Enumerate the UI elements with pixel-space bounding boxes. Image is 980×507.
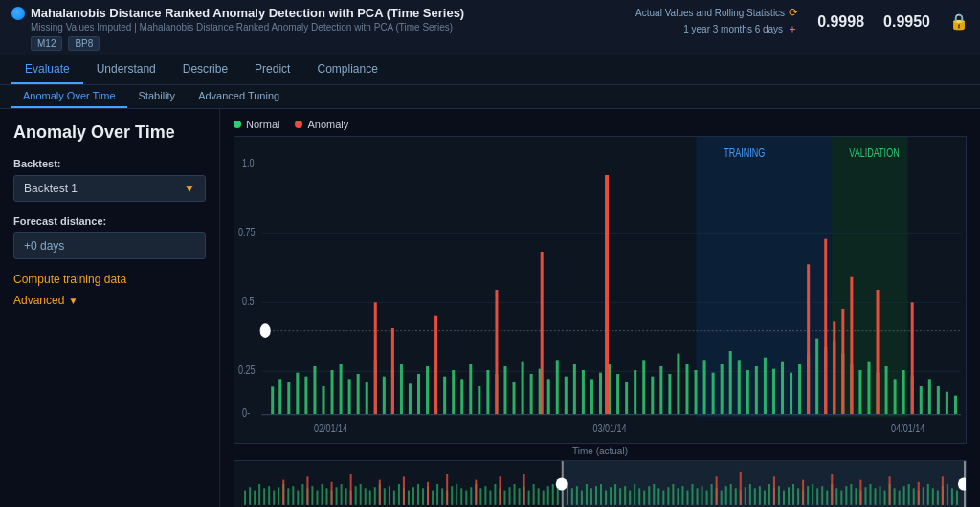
svg-rect-120	[244, 491, 246, 505]
svg-rect-51	[565, 377, 568, 415]
svg-rect-273	[403, 476, 405, 504]
svg-rect-271	[350, 474, 352, 505]
sub-tab-stability[interactable]: Stability	[127, 85, 188, 108]
svg-rect-19	[287, 382, 290, 415]
svg-rect-278	[523, 474, 525, 505]
svg-rect-20	[296, 373, 299, 415]
minimap[interactable]	[234, 460, 967, 507]
svg-rect-66	[695, 370, 698, 415]
sub-tab-anomaly[interactable]: Anomaly Over Time	[11, 85, 127, 108]
svg-rect-125	[268, 486, 270, 505]
sub-tab-advanced-tuning[interactable]: Advanced Tuning	[187, 85, 291, 108]
svg-rect-208	[672, 484, 674, 505]
svg-rect-166	[465, 491, 467, 505]
svg-rect-221	[735, 488, 737, 504]
svg-rect-174	[503, 491, 505, 505]
svg-rect-54	[590, 379, 593, 414]
svg-rect-255	[899, 491, 901, 505]
svg-rect-152	[398, 484, 400, 505]
svg-rect-135	[316, 491, 318, 505]
tag-m12: M12	[31, 36, 62, 51]
svg-rect-190	[586, 484, 588, 505]
tab-compliance[interactable]: Compliance	[303, 55, 390, 84]
svg-text:0.25: 0.25	[238, 364, 256, 377]
chart-legend: Normal Anomaly	[234, 119, 967, 130]
backtest-select[interactable]: Backtest 1 ▼	[13, 175, 206, 202]
tab-evaluate[interactable]: Evaluate	[11, 55, 83, 84]
stats-label: Actual Values and Rolling Statistics ⟳	[635, 6, 798, 19]
svg-rect-225	[754, 488, 756, 504]
svg-rect-239	[821, 486, 823, 505]
svg-rect-35	[426, 366, 429, 415]
svg-rect-258	[913, 488, 915, 504]
svg-rect-254	[894, 488, 896, 504]
backtest-value: Backtest 1	[24, 182, 78, 195]
svg-rect-266	[951, 488, 953, 504]
svg-rect-240	[826, 491, 828, 505]
svg-rect-60	[642, 360, 645, 414]
svg-rect-136	[321, 484, 323, 505]
svg-rect-49	[547, 379, 550, 414]
svg-rect-280	[740, 472, 742, 505]
svg-rect-32	[400, 364, 403, 414]
svg-rect-71	[738, 360, 741, 414]
svg-rect-251	[880, 486, 881, 505]
forecast-input[interactable]: +0 days	[13, 232, 206, 259]
svg-rect-160	[436, 484, 438, 505]
app-subtitle: Missing Values Imputed | Mahalanobis Dis…	[31, 22, 464, 33]
svg-rect-18	[278, 379, 281, 414]
svg-rect-244	[845, 486, 847, 505]
svg-rect-140	[341, 484, 343, 505]
svg-rect-77	[790, 373, 792, 415]
svg-rect-203	[648, 486, 650, 505]
svg-rect-276	[475, 480, 477, 505]
svg-rect-181	[538, 488, 540, 504]
svg-rect-214	[702, 486, 703, 505]
refresh-icon[interactable]: ⟳	[789, 6, 798, 19]
svg-rect-234	[797, 488, 799, 504]
svg-rect-223	[745, 487, 746, 505]
svg-rect-267	[956, 491, 958, 505]
svg-rect-105	[850, 277, 853, 415]
svg-rect-180	[533, 484, 535, 505]
svg-text:0-: 0-	[242, 407, 250, 420]
add-icon[interactable]: ＋	[787, 21, 798, 37]
x-axis-label: Time (actual)	[234, 446, 967, 456]
svg-rect-62	[659, 366, 662, 415]
svg-rect-242	[835, 488, 837, 504]
svg-rect-227	[764, 491, 766, 505]
svg-rect-188	[576, 486, 578, 505]
svg-rect-274	[427, 482, 429, 505]
svg-rect-157	[422, 488, 424, 504]
svg-rect-109	[833, 321, 835, 414]
metric-1: 0.9998	[817, 13, 864, 31]
svg-rect-155	[412, 487, 414, 505]
svg-rect-58	[625, 382, 628, 415]
svg-rect-220	[730, 484, 732, 505]
svg-rect-170	[484, 486, 486, 505]
svg-rect-249	[869, 484, 871, 505]
svg-rect-27	[357, 374, 360, 415]
svg-text:0.5: 0.5	[242, 295, 255, 308]
svg-rect-175	[509, 487, 511, 505]
tab-describe[interactable]: Describe	[169, 55, 241, 84]
svg-rect-270	[331, 482, 333, 505]
svg-rect-232	[788, 487, 790, 505]
svg-rect-55	[599, 373, 602, 415]
main-chart[interactable]: TRAINING VALIDATION 1.0 0.75 0.5 0.25 0-	[234, 136, 967, 444]
tab-predict[interactable]: Predict	[241, 55, 303, 84]
svg-rect-179	[528, 491, 530, 505]
svg-rect-144	[360, 484, 362, 505]
tab-understand[interactable]: Understand	[83, 55, 169, 84]
svg-rect-121	[249, 487, 251, 505]
svg-rect-204	[653, 484, 655, 505]
svg-rect-69	[721, 364, 724, 414]
chevron-down-icon: ▼	[68, 296, 78, 306]
svg-rect-228	[768, 484, 770, 505]
svg-rect-218	[721, 491, 723, 505]
compute-training-link[interactable]: Compute training data	[13, 273, 206, 286]
tag-list: M12 BP8	[31, 36, 464, 51]
advanced-link[interactable]: Advanced ▼	[13, 294, 206, 307]
svg-rect-96	[954, 396, 957, 415]
lock-icon[interactable]: 🔒	[949, 12, 969, 31]
